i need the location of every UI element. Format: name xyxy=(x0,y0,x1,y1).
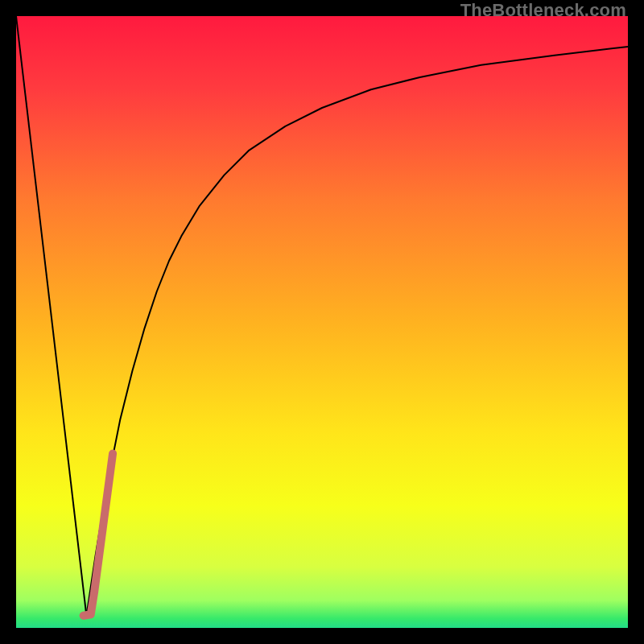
watermark-text: TheBottleneck.com xyxy=(460,0,626,21)
plot-area xyxy=(16,16,628,628)
chart-frame: TheBottleneck.com xyxy=(0,0,644,644)
chart-svg xyxy=(16,16,628,628)
